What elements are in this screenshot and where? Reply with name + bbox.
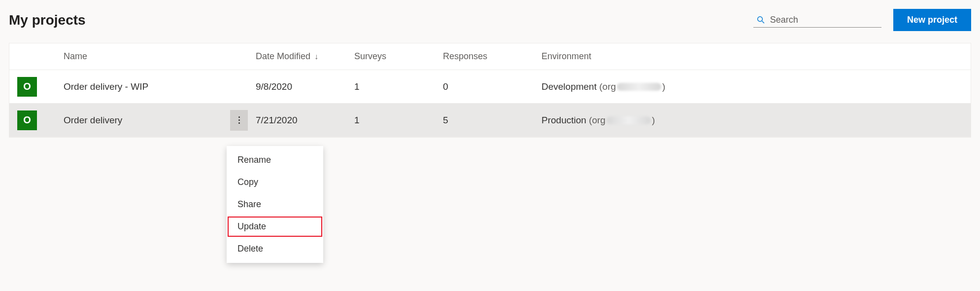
search-input[interactable]: [770, 15, 879, 25]
page-title: My projects: [9, 12, 86, 28]
column-responses[interactable]: Responses: [443, 51, 541, 62]
environment-org: (org): [589, 115, 655, 125]
svg-point-0: [758, 17, 763, 22]
column-name[interactable]: Name: [64, 51, 256, 62]
menu-item-copy[interactable]: Copy: [227, 171, 323, 193]
new-project-button[interactable]: New project: [893, 9, 971, 31]
table-row[interactable]: O Order delivery - WIP 9/8/2020 1 0 Deve…: [9, 70, 971, 104]
table-header: Name Date Modified ↓ Surveys Responses E…: [9, 43, 971, 70]
column-surveys[interactable]: Surveys: [354, 51, 443, 62]
row-context-menu: Rename Copy Share Update Delete: [227, 146, 323, 263]
search-field[interactable]: [753, 13, 881, 28]
surveys-cell: 1: [354, 81, 443, 92]
org-prefix: (org: [599, 81, 616, 92]
date-modified-cell: 7/21/2020: [256, 115, 354, 126]
projects-table: Name Date Modified ↓ Surveys Responses E…: [9, 43, 971, 138]
menu-item-delete[interactable]: Delete: [227, 238, 323, 260]
environment-name: Development: [541, 81, 597, 92]
redacted-text: [607, 116, 651, 124]
page-header: My projects New project: [9, 9, 971, 31]
project-avatar: O: [17, 77, 37, 97]
menu-item-share[interactable]: Share: [227, 193, 323, 216]
column-date-modified[interactable]: Date Modified ↓: [256, 51, 354, 62]
environment-name: Production: [541, 115, 586, 125]
project-name: Order delivery - WIP: [64, 81, 148, 92]
svg-line-1: [762, 21, 764, 23]
redacted-text: [617, 83, 661, 91]
project-name: Order delivery: [64, 115, 122, 126]
search-icon: [756, 15, 765, 25]
org-suffix: ): [662, 81, 665, 92]
header-actions: New project: [753, 9, 971, 31]
sort-arrow-down-icon: ↓: [314, 52, 318, 61]
environment-cell: Production (org): [541, 115, 971, 126]
more-vertical-icon: [238, 116, 240, 124]
responses-cell: 5: [443, 115, 541, 126]
menu-item-rename[interactable]: Rename: [227, 149, 323, 171]
org-suffix: ): [652, 115, 655, 125]
table-row[interactable]: O Order delivery 7/21/2020 1 5 Productio…: [9, 104, 971, 137]
project-avatar: O: [17, 110, 37, 130]
menu-item-update[interactable]: Update: [227, 216, 323, 238]
surveys-cell: 1: [354, 115, 443, 126]
column-date-label: Date Modified: [256, 51, 310, 62]
column-environment[interactable]: Environment: [541, 51, 971, 62]
org-prefix: (org: [589, 115, 606, 125]
responses-cell: 0: [443, 81, 541, 92]
environment-org: (org): [599, 81, 665, 92]
date-modified-cell: 9/8/2020: [256, 81, 354, 92]
environment-cell: Development (org): [541, 81, 971, 92]
row-more-button[interactable]: [230, 110, 248, 131]
